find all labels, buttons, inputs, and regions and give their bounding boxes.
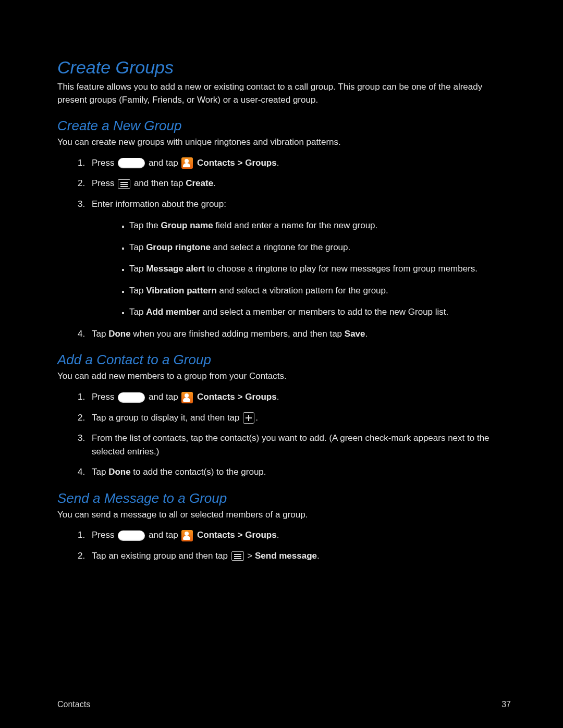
text: Tap: [129, 307, 146, 317]
text-bold: Create: [186, 178, 213, 188]
sec2-step-4: Tap Done to add the contact(s) to the gr…: [88, 465, 511, 479]
text: Tap an existing group and then tap: [92, 551, 230, 561]
text: >: [245, 551, 255, 561]
sec1-sub-5: Tap Add member and select a member or me…: [129, 305, 511, 319]
page-footer: Contacts 37: [57, 700, 511, 709]
text: .: [277, 158, 279, 168]
text: and tap: [146, 530, 180, 540]
heading-send-message-to-group: Send a Message to a Group: [57, 490, 511, 507]
plus-icon: [243, 412, 254, 424]
sec2-step-3: From the list of contacts, tap the conta…: [88, 431, 511, 458]
text: and select a ringtone for the group.: [211, 242, 350, 252]
text: field and enter a name for the new group…: [213, 220, 378, 230]
contacts-app-icon: [181, 392, 193, 403]
sec1-step-2: Press and then tap Create.: [88, 177, 511, 190]
text: and tap: [146, 392, 180, 402]
text-bold: Contacts > Groups: [194, 158, 276, 168]
text-bold: Contacts > Groups: [194, 392, 276, 402]
contacts-app-icon: [181, 157, 193, 169]
text: Tap the: [129, 220, 161, 230]
sec1-sub-3: Tap Message alert to choose a ringtone t…: [129, 262, 511, 276]
menu-icon: [231, 551, 244, 561]
text: Tap: [92, 329, 108, 339]
footer-page-number: 37: [501, 700, 511, 709]
text: .: [317, 551, 320, 561]
home-button-icon: [118, 392, 145, 403]
sec1-sub-2: Tap Group ringtone and select a ringtone…: [129, 241, 511, 254]
heading-create-groups: Create Groups: [57, 57, 511, 78]
sec3-steps: Press and tap Contacts > Groups. Tap an …: [57, 528, 511, 562]
sec1-step-1: Press and tap Contacts > Groups.: [88, 156, 511, 170]
text: Press: [92, 530, 117, 540]
sec1-substeps: Tap the Group name field and enter a nam…: [92, 219, 511, 319]
footer-section-name: Contacts: [57, 700, 90, 709]
home-button-icon: [118, 158, 145, 168]
sec1-sub-4: Tap Vibration pattern and select a vibra…: [129, 284, 511, 298]
sec1-lead: You can create new groups with unique ri…: [57, 136, 511, 149]
sec1-sub-1: Tap the Group name field and enter a nam…: [129, 219, 511, 232]
sec3-step-2: Tap an existing group and then tap > Sen…: [88, 549, 511, 563]
sec1-step-4: Tap Done when you are finished adding me…: [88, 327, 511, 341]
intro-paragraph: This feature allows you to add a new or …: [57, 81, 511, 106]
text: and select a member or members to add to…: [200, 307, 448, 317]
text: to choose a ringtone to play for new mes…: [205, 264, 478, 274]
text: Enter information about the group:: [92, 199, 226, 209]
text-bold: Contacts > Groups: [194, 530, 276, 540]
text-bold: Save: [345, 329, 365, 339]
text: to add the contact(s) to the group.: [131, 467, 266, 477]
contacts-app-icon: [181, 530, 193, 541]
sec3-lead: You can send a message to all or selecte…: [57, 509, 511, 522]
sec1-steps: Press and tap Contacts > Groups. Press a…: [57, 156, 511, 341]
text: Press: [92, 392, 117, 402]
text: and tap: [146, 158, 180, 168]
text: .: [277, 530, 279, 540]
text: .: [255, 413, 258, 423]
text-bold: Done: [108, 329, 131, 339]
text: .: [277, 392, 279, 402]
text: Tap a group to display it, and then tap: [92, 413, 242, 423]
text: .: [365, 329, 368, 339]
text-bold: Message alert: [146, 264, 204, 274]
heading-create-new-group: Create a New Group: [57, 118, 511, 134]
text-bold: Send message: [255, 551, 317, 561]
sec3-step-1: Press and tap Contacts > Groups.: [88, 528, 511, 542]
text: and then tap: [131, 178, 186, 188]
text: when you are finished adding members, an…: [131, 329, 345, 339]
sec2-steps: Press and tap Contacts > Groups. Tap a g…: [57, 390, 511, 479]
text-bold: Group name: [161, 220, 213, 230]
document-page: Create Groups This feature allows you to…: [0, 0, 563, 728]
heading-add-contact-to-group: Add a Contact to a Group: [57, 352, 511, 368]
sec2-step-2: Tap a group to display it, and then tap …: [88, 411, 511, 425]
text-bold: Add member: [146, 307, 200, 317]
text-bold: Done: [108, 467, 131, 477]
text: Tap: [129, 286, 146, 295]
text: Press: [92, 158, 117, 168]
text: and select a vibration pattern for the g…: [217, 286, 388, 295]
sec2-step-1: Press and tap Contacts > Groups.: [88, 390, 511, 404]
text: Tap: [92, 467, 108, 477]
text-bold: Vibration pattern: [146, 286, 217, 295]
sec1-step-3: Enter information about the group: Tap t…: [88, 198, 511, 319]
menu-icon: [118, 179, 130, 189]
text: Press: [92, 178, 117, 188]
text: Tap: [129, 242, 146, 252]
text: .: [213, 178, 216, 188]
sec2-lead: You can add new members to a group from …: [57, 370, 511, 383]
text-bold: Group ringtone: [146, 242, 211, 252]
home-button-icon: [118, 530, 145, 541]
text: Tap: [129, 264, 146, 274]
